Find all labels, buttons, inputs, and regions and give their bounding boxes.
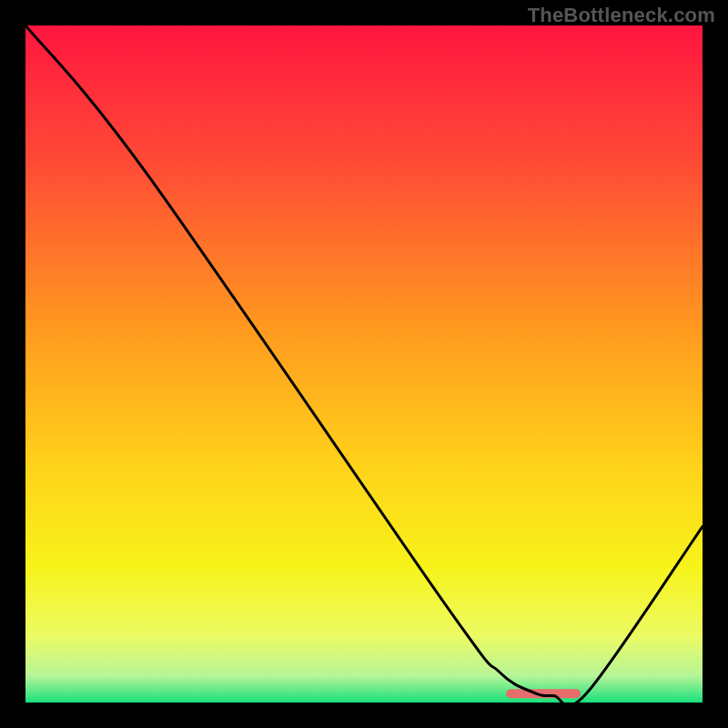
plot-svg <box>25 25 703 703</box>
gradient-background <box>25 25 703 703</box>
plot-area <box>25 25 703 703</box>
chart-frame: TheBottleneck.com <box>0 0 728 728</box>
watermark-text: TheBottleneck.com <box>528 4 715 27</box>
optimal-marker <box>506 689 581 698</box>
